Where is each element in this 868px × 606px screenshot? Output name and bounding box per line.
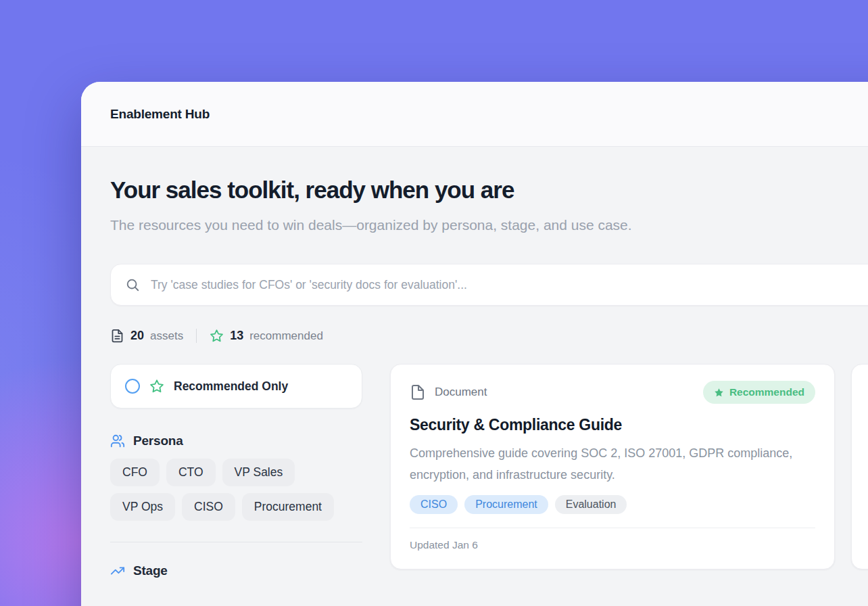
assets-label: assets — [150, 329, 183, 343]
stats-divider — [196, 329, 197, 343]
sidebar-divider — [110, 542, 362, 542]
star-filled-icon — [714, 388, 724, 398]
assets-stat: 20 assets — [110, 329, 183, 343]
persona-chip[interactable]: VP Ops — [110, 493, 175, 521]
asset-description: Comprehensive guide covering SOC 2, ISO … — [410, 442, 815, 486]
star-icon — [210, 329, 224, 343]
asset-updated: Updated Jan 6 — [410, 539, 478, 551]
persona-chip[interactable]: VP Sales — [222, 459, 295, 486]
asset-card-footer: Updated Jan 6 — [410, 528, 815, 551]
radio-circle-icon[interactable] — [125, 379, 140, 394]
asset-tag: Evaluation — [555, 495, 627, 514]
persona-section-header: Persona — [110, 434, 362, 448]
asset-title: Security & Compliance Guide — [410, 416, 815, 434]
assets-count: 20 — [130, 329, 144, 343]
recommended-stat: 13 recommended — [210, 329, 323, 343]
asset-card-header: Document Recommended — [410, 381, 815, 404]
search-icon — [125, 277, 140, 292]
recommended-badge-label: Recommended — [729, 386, 804, 398]
recommended-badge: Recommended — [703, 381, 815, 404]
search-box — [110, 264, 868, 306]
asset-type-label: Document — [435, 386, 487, 399]
asset-cards-row: Document Recommended Security & Complian… — [390, 364, 868, 569]
asset-tags: CISOProcurementEvaluation — [410, 495, 815, 514]
filters-sidebar: Recommended Only Persona CFOCTOVP SalesV… — [110, 364, 362, 578]
panel-header: Enablement Hub — [81, 82, 868, 147]
recommended-count: 13 — [230, 329, 243, 343]
persona-chips: CFOCTOVP SalesVP OpsCISOProcurement — [110, 459, 362, 521]
stage-section-header: Stage — [110, 563, 362, 578]
persona-label: Persona — [133, 434, 183, 448]
persona-chip[interactable]: Procurement — [242, 493, 334, 521]
asset-tag: CISO — [410, 495, 458, 514]
page-subtitle: The resources you need to win deals—orga… — [110, 214, 668, 237]
stage-label: Stage — [133, 563, 168, 578]
recommended-only-label: Recommended Only — [174, 379, 288, 394]
asset-card[interactable]: Document Recommended Security & Complian… — [390, 364, 835, 569]
persona-chip[interactable]: CTO — [166, 459, 216, 486]
page-title: Your sales toolkit, ready when you are — [110, 177, 868, 203]
app-title: Enablement Hub — [110, 107, 210, 122]
panel-body: Your sales toolkit, ready when you are T… — [81, 147, 868, 578]
file-text-icon — [110, 329, 124, 343]
content-row: Recommended Only Persona CFOCTOVP SalesV… — [110, 364, 868, 578]
recommended-only-toggle[interactable]: Recommended Only — [110, 364, 362, 409]
document-icon — [410, 384, 426, 400]
asset-card-partial[interactable] — [851, 364, 868, 569]
stats-row: 20 assets 13 recommended — [110, 329, 868, 343]
search-input[interactable] — [149, 277, 868, 293]
enablement-hub-panel: Enablement Hub Your sales toolkit, ready… — [81, 82, 868, 606]
asset-tag: Procurement — [464, 495, 548, 514]
recommended-label: recommended — [249, 329, 323, 343]
persona-chip[interactable]: CISO — [182, 493, 235, 521]
users-icon — [110, 434, 125, 448]
page-background: Enablement Hub Your sales toolkit, ready… — [0, 0, 868, 606]
star-icon — [149, 379, 164, 394]
trending-up-icon — [110, 563, 125, 578]
persona-chip[interactable]: CFO — [110, 459, 160, 486]
